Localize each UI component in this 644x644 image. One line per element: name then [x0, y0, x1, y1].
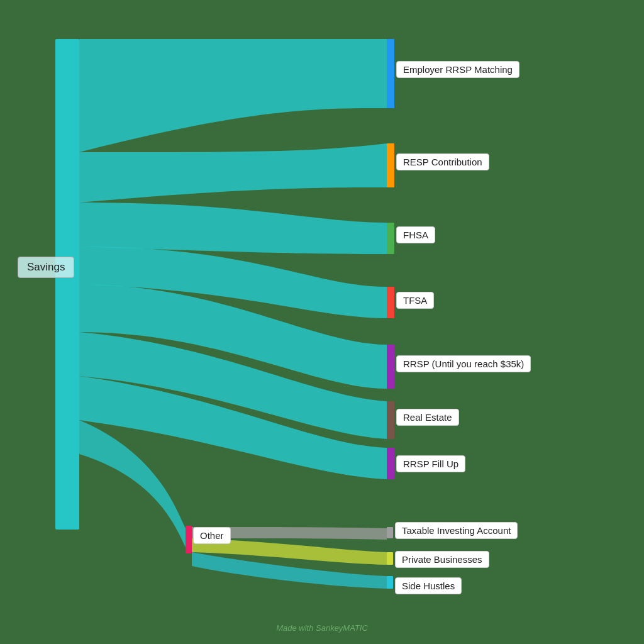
- svg-rect-2: [387, 223, 394, 254]
- svg-rect-4: [387, 345, 394, 389]
- label-real-estate: Real Estate: [396, 409, 459, 426]
- svg-rect-3: [387, 287, 394, 318]
- label-taxable: Taxable Investing Account: [395, 522, 518, 539]
- sankey-diagram: Savings Employer RRSP Matching RESP Cont…: [0, 0, 644, 644]
- label-rrsp-until: RRSP (Until you reach $35k): [396, 355, 531, 372]
- label-rrsp-fillup: RRSP Fill Up: [396, 455, 465, 472]
- watermark: Made with SankeyMATIC: [276, 623, 368, 633]
- svg-rect-0: [387, 39, 394, 108]
- label-fhsa: FHSA: [396, 226, 435, 243]
- label-tfsa: TFSA: [396, 292, 434, 309]
- label-other: Other: [193, 527, 231, 544]
- label-private-businesses: Private Businesses: [395, 551, 489, 568]
- svg-rect-5: [387, 401, 394, 439]
- svg-rect-1: [387, 143, 394, 187]
- label-employer-rrsp: Employer RRSP Matching: [396, 61, 519, 78]
- label-side-hustles: Side Hustles: [395, 577, 462, 594]
- savings-bar: [55, 39, 79, 530]
- svg-rect-8: [387, 527, 393, 538]
- svg-rect-7: [186, 526, 192, 553]
- flow-fhsa: [79, 203, 387, 254]
- svg-rect-10: [387, 576, 393, 589]
- sankey-svg: [0, 0, 644, 644]
- label-resp: RESP Contribution: [396, 153, 489, 170]
- flow-resp: [79, 143, 387, 203]
- svg-rect-9: [387, 552, 393, 565]
- savings-node-label: Savings: [18, 257, 74, 278]
- svg-rect-6: [387, 448, 394, 479]
- flow-employer-rrsp: [79, 39, 387, 152]
- flow-other: [79, 420, 186, 547]
